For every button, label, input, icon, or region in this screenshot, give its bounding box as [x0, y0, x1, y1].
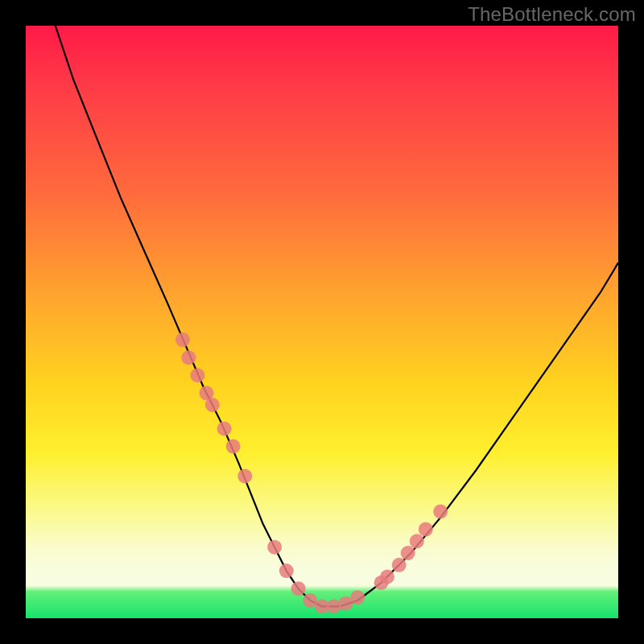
bottleneck-curve: [56, 26, 618, 606]
chart-frame: TheBottleneck.com: [0, 0, 644, 644]
plot-area: [26, 26, 618, 618]
marker-group: [175, 332, 448, 613]
marker-dot: [433, 505, 448, 519]
marker-dot: [237, 469, 252, 483]
marker-dot: [226, 440, 241, 454]
curve-svg: [26, 26, 618, 618]
marker-dot: [419, 522, 433, 537]
marker-dot: [392, 558, 407, 572]
marker-dot: [190, 368, 204, 382]
marker-dot: [279, 564, 294, 578]
marker-dot: [181, 350, 196, 365]
marker-dot: [267, 540, 282, 555]
marker-dot: [205, 398, 220, 412]
marker-dot: [217, 422, 232, 436]
watermark-text: TheBottleneck.com: [468, 3, 636, 26]
marker-dot: [401, 546, 415, 560]
marker-dot: [291, 581, 306, 596]
marker-dot: [175, 332, 190, 347]
marker-dot: [410, 534, 424, 548]
marker-dot: [350, 590, 365, 605]
marker-dot: [380, 570, 394, 584]
